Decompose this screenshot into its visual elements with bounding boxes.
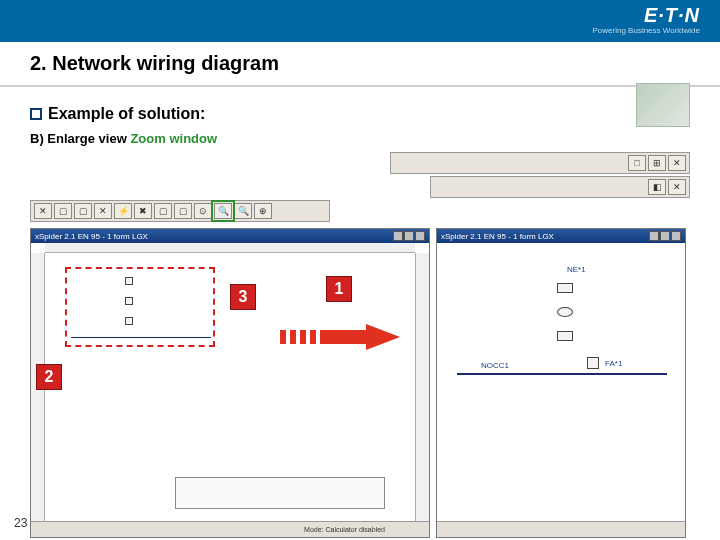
- toolbar-btn[interactable]: ▢: [174, 203, 192, 219]
- toolbar-btn[interactable]: ✕: [94, 203, 112, 219]
- close-icon[interactable]: [415, 231, 425, 241]
- toolbar-btn[interactable]: ⊙: [194, 203, 212, 219]
- toolbar-area: □ ⊞ ✕ ◧ ✕ ✕ ▢ ▢ ✕ ⚡ ✖ ▢ ▢ ⊙ 🔍 🔍 ⊕: [30, 152, 690, 222]
- window-titlebar: xSpider 2.1 EN 95 - 1 form LGX: [31, 229, 429, 243]
- content-area: Example of solution: B) Enlarge view Zoo…: [0, 87, 720, 540]
- toolbar-btn[interactable]: ▢: [74, 203, 92, 219]
- toolbar-row-1: □ ⊞ ✕: [390, 152, 690, 174]
- panes-row: xSpider 2.1 EN 95 - 1 form LGX Mode: Cal…: [30, 228, 690, 538]
- ruler-horizontal: [45, 243, 415, 253]
- toolbar-btn[interactable]: ✖: [134, 203, 152, 219]
- close-icon[interactable]: [671, 231, 681, 241]
- logo-text: E·T·N: [644, 4, 700, 27]
- toolbar-btn[interactable]: □: [628, 155, 646, 171]
- drawing-canvas-zoomed[interactable]: NE*1 NOCC1 FA*1: [437, 243, 685, 521]
- toolbar-btn[interactable]: ✕: [668, 155, 686, 171]
- window-controls: [649, 231, 681, 241]
- subline-green: Zoom window: [130, 131, 217, 146]
- symbol: [557, 331, 573, 341]
- status-bar: [437, 521, 685, 537]
- zoom-window-button[interactable]: 🔍: [214, 203, 232, 219]
- slide-title: 2. Network wiring diagram: [30, 52, 690, 75]
- toolbar-row-2: ◧ ✕: [430, 176, 690, 198]
- toolbar-btn[interactable]: ▢: [154, 203, 172, 219]
- window-titlebar: xSpider 2.1 EN 95 - 1 form LGX: [437, 229, 685, 243]
- label-ne1: NE*1: [567, 265, 586, 274]
- status-cell: Mode: Calculator disabled: [304, 526, 385, 533]
- min-icon[interactable]: [393, 231, 403, 241]
- toolbar-btn[interactable]: ⊕: [254, 203, 272, 219]
- symbol: [557, 283, 573, 293]
- title-block: [175, 477, 385, 509]
- red-selection-box: [65, 267, 215, 347]
- bullet-text: Example of solution:: [48, 105, 205, 123]
- callout-2: 2: [36, 364, 62, 390]
- big-red-arrow-icon: [280, 324, 400, 350]
- bus-line: [71, 337, 211, 338]
- toolbar-row-3: ✕ ▢ ▢ ✕ ⚡ ✖ ▢ ▢ ⊙ 🔍 🔍 ⊕: [30, 200, 330, 222]
- left-app-window: xSpider 2.1 EN 95 - 1 form LGX Mode: Cal…: [30, 228, 430, 538]
- symbol: [125, 277, 133, 285]
- subline-prefix: B) Enlarge view: [30, 131, 130, 146]
- bullet-row: Example of solution:: [30, 105, 690, 123]
- toolbar-btn[interactable]: ◧: [648, 179, 666, 195]
- square-bullet-icon: [30, 108, 42, 120]
- status-bar: Mode: Calculator disabled: [31, 521, 429, 537]
- min-icon[interactable]: [649, 231, 659, 241]
- toolbar-btn[interactable]: 🔍: [234, 203, 252, 219]
- window-title: xSpider 2.1 EN 95 - 1 form LGX: [441, 232, 554, 241]
- symbol: [587, 357, 599, 369]
- callout-3: 3: [230, 284, 256, 310]
- title-row: 2. Network wiring diagram: [0, 42, 720, 81]
- page-number: 23: [14, 516, 27, 530]
- right-app-window: xSpider 2.1 EN 95 - 1 form LGX NE*1 NOCC…: [436, 228, 686, 538]
- ruler-vertical-right: [415, 253, 429, 521]
- symbol: [125, 297, 133, 305]
- chip-graphic-icon: [636, 83, 690, 127]
- brand-bar: E·T·N Powering Business Worldwide: [0, 0, 720, 42]
- bus-line: [457, 373, 667, 375]
- toolbar-btn[interactable]: ✕: [668, 179, 686, 195]
- symbol: [125, 317, 133, 325]
- max-icon[interactable]: [660, 231, 670, 241]
- window-controls: [393, 231, 425, 241]
- max-icon[interactable]: [404, 231, 414, 241]
- callout-1: 1: [326, 276, 352, 302]
- label-fa1: FA*1: [605, 359, 622, 368]
- logo-tagline: Powering Business Worldwide: [593, 26, 700, 35]
- toolbar-btn[interactable]: ⚡: [114, 203, 132, 219]
- toolbar-btn[interactable]: ✕: [34, 203, 52, 219]
- toolbar-btn[interactable]: ▢: [54, 203, 72, 219]
- symbol: [557, 307, 573, 317]
- subline: B) Enlarge view Zoom window: [30, 131, 690, 146]
- window-title: xSpider 2.1 EN 95 - 1 form LGX: [35, 232, 148, 241]
- label-nocc: NOCC1: [481, 361, 509, 370]
- toolbar-btn[interactable]: ⊞: [648, 155, 666, 171]
